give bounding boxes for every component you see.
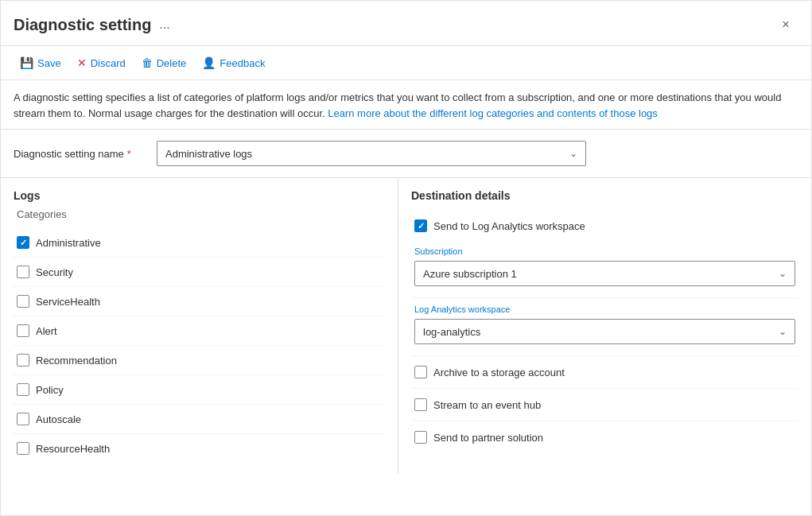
save-label: Save — [37, 57, 61, 69]
feedback-icon: 👤 — [202, 56, 216, 69]
delete-icon: 🗑 — [142, 56, 153, 69]
archive-storage-label: Archive to a storage account — [433, 367, 565, 378]
diagnostic-setting-panel: Diagnostic setting ... × 💾 Save ✕ Discar… — [0, 0, 812, 516]
stream-event-hub-checkbox[interactable] — [414, 398, 427, 411]
category-item-security: Security — [14, 258, 385, 287]
close-icon: × — [782, 17, 789, 32]
categories-list: AdministrativeSecurityServiceHealthAlert… — [14, 228, 385, 463]
subscription-value: Azure subscription 1 — [423, 268, 517, 280]
logs-section-title: Logs — [14, 189, 385, 202]
category-item-autoscale: Autoscale — [14, 405, 385, 434]
category-label-security: Security — [36, 266, 73, 278]
toolbar: 💾 Save ✕ Discard 🗑 Delete 👤 Feedback — [1, 46, 811, 80]
archive-storage-option: Archive to a storage account — [411, 356, 798, 389]
send-to-la-label: Send to Log Analytics workspace — [433, 220, 585, 232]
info-link[interactable]: Learn more about the different log categ… — [328, 107, 658, 119]
feedback-label: Feedback — [220, 57, 265, 69]
subscription-block: Subscription Azure subscription 1 ⌄ — [411, 240, 798, 298]
delete-label: Delete — [157, 57, 187, 69]
la-workspace-chevron-icon: ⌄ — [779, 326, 787, 337]
delete-button[interactable]: 🗑 Delete — [135, 52, 193, 73]
send-partner-checkbox[interactable] — [414, 431, 427, 444]
info-section: A diagnostic setting specifies a list of… — [1, 80, 811, 130]
subscription-dropdown[interactable]: Azure subscription 1 ⌄ — [414, 261, 795, 286]
stream-event-hub-label: Stream to an event hub — [433, 399, 541, 411]
category-checkbox-administrative[interactable] — [17, 236, 29, 249]
category-checkbox-security[interactable] — [17, 266, 29, 278]
category-label-resourcehealth: ResourceHealth — [36, 443, 110, 455]
send-to-la-checkbox[interactable] — [414, 219, 427, 232]
category-item-administrative: Administrative — [14, 228, 385, 258]
close-button[interactable]: × — [773, 12, 798, 37]
destination-section: Destination details Send to Log Analytic… — [398, 178, 811, 474]
setting-name-row: Diagnostic setting name * Administrative… — [1, 130, 811, 178]
panel-header: Diagnostic setting ... × — [1, 1, 811, 46]
category-label-administrative: Administrative — [36, 237, 101, 249]
send-to-la-row: Send to Log Analytics workspace — [411, 208, 798, 240]
la-workspace-dropdown[interactable]: log-analytics ⌄ — [414, 319, 795, 344]
category-item-alert: Alert — [14, 316, 385, 346]
la-workspace-value: log-analytics — [423, 326, 480, 338]
send-partner-option: Send to partner solution — [411, 421, 798, 453]
category-label-servicehealth: ServiceHealth — [36, 296, 100, 308]
category-item-policy: Policy — [14, 375, 385, 405]
main-content: Logs Categories AdministrativeSecuritySe… — [1, 178, 811, 474]
feedback-button[interactable]: 👤 Feedback — [196, 52, 271, 73]
discard-label: Discard — [91, 57, 126, 69]
setting-name-input[interactable]: Administrative logs ⌄ — [157, 141, 586, 166]
la-workspace-label: Log Analytics workspace — [414, 305, 795, 314]
panel-title: Diagnostic setting — [14, 16, 151, 34]
discard-icon: ✕ — [77, 56, 87, 69]
category-checkbox-policy[interactable] — [17, 383, 29, 396]
category-checkbox-servicehealth[interactable] — [17, 295, 29, 308]
subscription-label: Subscription — [414, 246, 795, 256]
setting-name-value: Administrative logs — [165, 148, 252, 160]
logs-section: Logs Categories AdministrativeSecuritySe… — [1, 178, 398, 474]
category-label-policy: Policy — [36, 384, 64, 396]
send-partner-label: Send to partner solution — [433, 432, 543, 444]
category-item-resourcehealth: ResourceHealth — [14, 434, 385, 463]
category-item-servicehealth: ServiceHealth — [14, 287, 385, 316]
category-checkbox-recommendation[interactable] — [17, 354, 29, 367]
la-workspace-block: Log Analytics workspace log-analytics ⌄ — [411, 298, 798, 356]
stream-event-hub-option: Stream to an event hub — [411, 389, 798, 421]
category-item-recommendation: Recommendation — [14, 346, 385, 375]
category-label-recommendation: Recommendation — [36, 355, 117, 367]
chevron-down-icon: ⌄ — [569, 148, 577, 159]
category-checkbox-autoscale[interactable] — [17, 413, 29, 425]
save-button[interactable]: 💾 Save — [14, 52, 68, 73]
panel-ellipsis[interactable]: ... — [159, 17, 169, 32]
discard-button[interactable]: ✕ Discard — [71, 52, 132, 73]
category-checkbox-resourcehealth[interactable] — [17, 442, 29, 455]
category-label-alert: Alert — [36, 325, 57, 337]
destination-title: Destination details — [411, 189, 798, 202]
category-checkbox-alert[interactable] — [17, 324, 29, 337]
subscription-chevron-icon: ⌄ — [779, 268, 787, 279]
archive-storage-checkbox[interactable] — [414, 366, 427, 378]
category-label-autoscale: Autoscale — [36, 413, 81, 425]
required-star: * — [127, 148, 131, 160]
setting-name-label: Diagnostic setting name * — [14, 148, 157, 160]
categories-label: Categories — [17, 208, 385, 220]
save-icon: 💾 — [20, 56, 33, 69]
